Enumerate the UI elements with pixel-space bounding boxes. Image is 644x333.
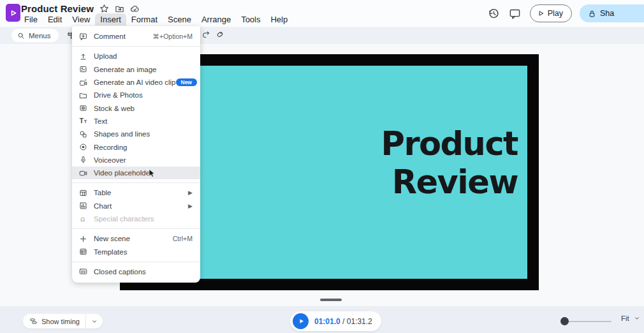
upload-icon [79,52,87,61]
bottom-bar: Show timing 01:01.0 / 01:31.2 Fit [0,306,644,333]
zoom-slider[interactable] [560,317,611,325]
menubar-item-edit[interactable]: Edit [43,13,67,26]
recording-icon [79,143,87,151]
total-time: 01:31.2 [347,317,372,326]
menu-item-generate-an-ai-video-clip[interactable]: Generate an AI video clipNew [72,76,200,89]
insert-menu: Comment⌘+Option+MUploadGenerate an image… [72,26,200,283]
menu-item-label: Generate an AI video clip [94,78,176,86]
play-button[interactable]: Play [530,4,572,22]
submenu-arrow-icon: ▶ [188,203,193,209]
cloud-status-icon[interactable] [130,4,140,13]
menu-item-label: Stock & web [94,105,193,112]
logo-play-icon [9,9,17,17]
menu-item-new-scene[interactable]: New sceneCtrl+M [72,232,200,245]
lock-icon [588,10,596,18]
star-icon[interactable] [99,4,109,13]
timeline-drag-handle[interactable] [320,299,342,301]
comment-add-icon [79,33,87,41]
menu-item-label: Video placeholder [94,169,193,177]
menu-item-chart[interactable]: Chart▶ [72,200,200,212]
captions-icon [79,267,87,276]
menu-item-text[interactable]: Text [72,115,200,128]
slide-title-text[interactable]: Product Review [381,125,518,202]
show-timing-control: Show timing [23,314,103,329]
menu-item-templates[interactable]: Templates [72,245,200,258]
menu-item-voiceover[interactable]: Voiceover [72,154,200,166]
menu-item-label: Special characters [94,215,193,223]
mic-icon [79,156,87,164]
chart-icon [79,202,87,210]
fit-chevron-down-icon [634,315,640,322]
menu-item-special-characters: Special characters [72,212,200,225]
menu-item-label: Shapes and lines [94,130,193,138]
app-logo[interactable] [6,4,20,22]
templates-icon [79,248,87,256]
show-timing-dropdown[interactable] [86,318,103,325]
menus-label: Menus [29,32,51,40]
stock-web-icon [79,104,87,112]
new-badge: New [176,78,197,87]
menubar-item-scene[interactable]: Scene [163,13,196,26]
menu-item-label: Comment [94,33,153,40]
menu-item-upload[interactable]: Upload [72,50,200,63]
menu-item-label: Chart [94,202,188,210]
menubar-item-help[interactable]: Help [265,13,293,26]
menu-item-drive-photos[interactable]: Drive & Photos [72,89,200,101]
shapes-icon [79,130,87,138]
menubar-item-arrange[interactable]: Arrange [196,13,236,26]
table-icon [79,189,87,197]
share-button[interactable]: Sha [580,4,644,22]
menu-item-comment[interactable]: Comment⌘+Option+M [72,30,200,43]
playback-play-button[interactable] [293,313,309,329]
menu-item-label: Generate an image [94,66,193,73]
menu-item-stock-web[interactable]: Stock & web [72,101,200,114]
keyboard-shortcut: Ctrl+M [173,235,193,242]
show-timing-button[interactable]: Show timing [23,317,85,325]
version-history-icon[interactable] [488,8,500,20]
omega-icon [79,215,87,223]
playback-control: 01:01.0 / 01:31.2 [290,311,381,331]
play-outline-icon [537,10,545,17]
folder-icon [79,91,87,100]
play-button-label: Play [548,9,563,18]
menu-item-label: Recording [94,144,193,151]
move-folder-icon[interactable] [115,4,124,13]
share-button-label: Sha [600,9,614,18]
menu-item-label: Upload [94,52,193,60]
menu-item-table[interactable]: Table▶ [72,186,200,199]
menu-item-label: Voiceover [94,156,193,164]
app-header: Product Review FileEditViewInsertFormatS… [0,0,644,27]
menubar-item-insert[interactable]: Insert [95,13,126,26]
menu-item-label: Drive & Photos [94,91,193,99]
redo-icon[interactable] [201,30,210,39]
menubar-item-view[interactable]: View [67,13,95,26]
menubar-item-file[interactable]: File [19,13,43,26]
menubar-item-format[interactable]: Format [126,13,163,26]
menus-search-button[interactable]: Menus [11,29,59,42]
menu-item-generate-an-image[interactable]: Generate an image [72,63,200,76]
menu-item-label: Table [94,189,188,196]
menu-item-shapes-and-lines[interactable]: Shapes and lines [72,128,200,140]
gen-image-icon [79,65,87,73]
play-filled-icon [298,318,305,325]
menu-item-label: Templates [94,248,193,256]
menu-item-recording[interactable]: Recording [72,140,200,153]
zoom-slider-knob[interactable] [560,317,569,325]
menu-item-label: Closed captions [94,268,193,276]
show-timing-label: Show timing [41,318,80,325]
comments-icon[interactable] [509,8,521,20]
document-title[interactable]: Product Review [21,3,94,14]
plus-icon [79,235,87,243]
slide-title-line1: Product [381,125,518,163]
menubar: FileEditViewInsertFormatSceneArrangeTool… [19,13,293,26]
fit-zoom-control[interactable]: Fit [621,314,640,322]
keyboard-shortcut: ⌘+Option+M [153,33,193,40]
video-icon [79,169,87,177]
menu-item-video-placeholder[interactable]: Video placeholder [72,166,200,179]
search-icon [17,32,25,40]
menu-item-closed-captions[interactable]: Closed captions [72,265,200,278]
paint-format-icon[interactable] [216,30,224,39]
ai-video-icon [79,78,87,87]
chevron-down-icon [91,318,98,325]
menubar-item-tools[interactable]: Tools [236,13,265,26]
